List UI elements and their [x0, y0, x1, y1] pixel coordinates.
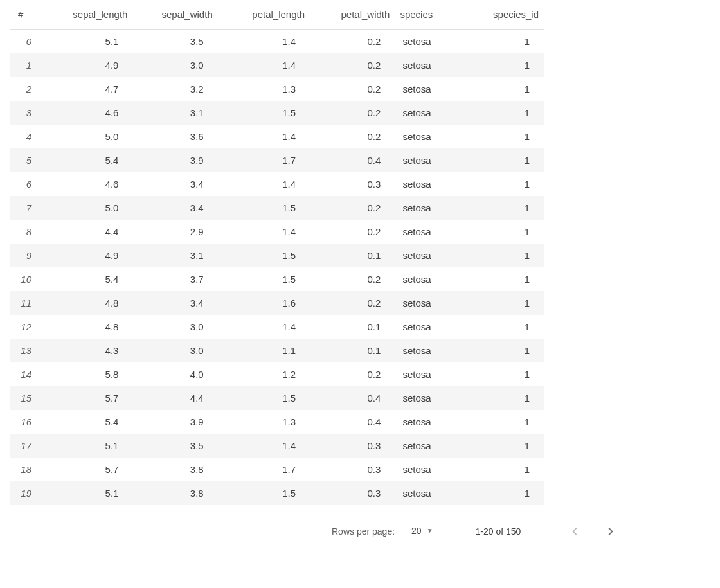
column-header-index[interactable]: # — [10, 0, 40, 30]
cell-species_id: 1 — [466, 125, 544, 148]
cell-species: setosa — [395, 481, 465, 505]
cell-petal_length: 1.4 — [218, 53, 310, 77]
cell-petal_width: 0.2 — [310, 291, 395, 315]
cell-species_id: 1 — [466, 77, 544, 101]
table-row: 195.13.81.50.3setosa1 — [10, 481, 544, 505]
row-index: 3 — [10, 101, 40, 125]
cell-species: setosa — [395, 244, 465, 267]
table-body: 05.13.51.40.2setosa114.93.01.40.2setosa1… — [10, 30, 544, 506]
cell-petal_length: 1.4 — [218, 434, 310, 458]
cell-petal_length: 1.4 — [218, 125, 310, 148]
table-row: 94.93.11.50.1setosa1 — [10, 244, 544, 267]
column-header-species_id[interactable]: species_id — [466, 0, 544, 30]
next-page-button[interactable] — [598, 519, 624, 544]
cell-sepal_length: 5.8 — [40, 362, 132, 386]
cell-species_id: 1 — [466, 267, 544, 291]
row-index: 6 — [10, 172, 40, 196]
cell-species: setosa — [395, 362, 465, 386]
cell-petal_width: 0.2 — [310, 267, 395, 291]
cell-sepal_width: 4.4 — [132, 386, 217, 410]
cell-petal_width: 0.3 — [310, 434, 395, 458]
cell-species: setosa — [395, 315, 465, 339]
table-row: 34.63.11.50.2setosa1 — [10, 101, 544, 125]
cell-species_id: 1 — [466, 410, 544, 434]
cell-petal_length: 1.4 — [218, 30, 310, 54]
cell-species: setosa — [395, 30, 465, 54]
cell-sepal_length: 5.0 — [40, 196, 132, 220]
cell-petal_length: 1.5 — [218, 196, 310, 220]
cell-petal_width: 0.2 — [310, 220, 395, 244]
cell-petal_length: 1.5 — [218, 481, 310, 505]
table-row: 24.73.21.30.2setosa1 — [10, 77, 544, 101]
cell-sepal_width: 4.0 — [132, 362, 217, 386]
table-row: 64.63.41.40.3setosa1 — [10, 172, 544, 196]
cell-species_id: 1 — [466, 30, 544, 54]
cell-petal_length: 1.5 — [218, 101, 310, 125]
cell-petal_length: 1.3 — [218, 77, 310, 101]
column-header-sepal_length[interactable]: sepal_length — [40, 0, 132, 30]
cell-sepal_length: 4.3 — [40, 339, 132, 362]
cell-sepal_length: 5.7 — [40, 458, 132, 481]
table-row: 14.93.01.40.2setosa1 — [10, 53, 544, 77]
column-header-species[interactable]: species — [395, 0, 465, 30]
chevron-left-icon — [568, 525, 581, 538]
cell-species_id: 1 — [466, 362, 544, 386]
cell-petal_width: 0.4 — [310, 148, 395, 172]
rows-per-page-select[interactable]: 20 ▼ — [410, 524, 434, 539]
cell-species: setosa — [395, 172, 465, 196]
table-row: 05.13.51.40.2setosa1 — [10, 30, 544, 54]
cell-sepal_width: 3.2 — [132, 77, 217, 101]
row-index: 17 — [10, 434, 40, 458]
cell-species_id: 1 — [466, 386, 544, 410]
dropdown-icon: ▼ — [427, 527, 433, 534]
table-row: 75.03.41.50.2setosa1 — [10, 196, 544, 220]
cell-sepal_width: 3.8 — [132, 481, 217, 505]
cell-species_id: 1 — [466, 196, 544, 220]
cell-sepal_length: 4.8 — [40, 291, 132, 315]
cell-petal_length: 1.6 — [218, 291, 310, 315]
table-row: 84.42.91.40.2setosa1 — [10, 220, 544, 244]
cell-species: setosa — [395, 410, 465, 434]
cell-species: setosa — [395, 458, 465, 481]
cell-sepal_length: 4.9 — [40, 244, 132, 267]
row-index: 9 — [10, 244, 40, 267]
cell-species_id: 1 — [466, 244, 544, 267]
cell-petal_length: 1.7 — [218, 458, 310, 481]
cell-petal_width: 0.2 — [310, 30, 395, 54]
cell-species_id: 1 — [466, 220, 544, 244]
row-index: 18 — [10, 458, 40, 481]
row-index: 2 — [10, 77, 40, 101]
cell-species_id: 1 — [466, 434, 544, 458]
column-header-petal_length[interactable]: petal_length — [218, 0, 310, 30]
cell-sepal_width: 3.1 — [132, 244, 217, 267]
table-row: 155.74.41.50.4setosa1 — [10, 386, 544, 410]
cell-species_id: 1 — [466, 53, 544, 77]
table-row: 185.73.81.70.3setosa1 — [10, 458, 544, 481]
cell-species: setosa — [395, 53, 465, 77]
row-index: 5 — [10, 148, 40, 172]
cell-petal_length: 1.4 — [218, 315, 310, 339]
row-index: 8 — [10, 220, 40, 244]
cell-species_id: 1 — [466, 458, 544, 481]
cell-sepal_width: 3.1 — [132, 101, 217, 125]
cell-sepal_length: 5.1 — [40, 434, 132, 458]
cell-species_id: 1 — [466, 172, 544, 196]
pagination-bar: Rows per page: 20 ▼ 1-20 of 150 — [10, 508, 710, 544]
cell-petal_length: 1.4 — [218, 172, 310, 196]
column-header-sepal_width[interactable]: sepal_width — [132, 0, 217, 30]
cell-species_id: 1 — [466, 291, 544, 315]
table-row: 55.43.91.70.4setosa1 — [10, 148, 544, 172]
cell-species_id: 1 — [466, 481, 544, 505]
cell-sepal_width: 3.5 — [132, 434, 217, 458]
rows-per-page-label: Rows per page: — [332, 526, 395, 537]
cell-sepal_length: 4.4 — [40, 220, 132, 244]
row-index: 1 — [10, 53, 40, 77]
cell-species: setosa — [395, 267, 465, 291]
cell-species: setosa — [395, 196, 465, 220]
column-header-petal_width[interactable]: petal_width — [310, 0, 395, 30]
cell-petal_width: 0.3 — [310, 481, 395, 505]
cell-sepal_length: 4.6 — [40, 172, 132, 196]
table-row: 165.43.91.30.4setosa1 — [10, 410, 544, 434]
cell-species: setosa — [395, 220, 465, 244]
table-row: 45.03.61.40.2setosa1 — [10, 125, 544, 148]
